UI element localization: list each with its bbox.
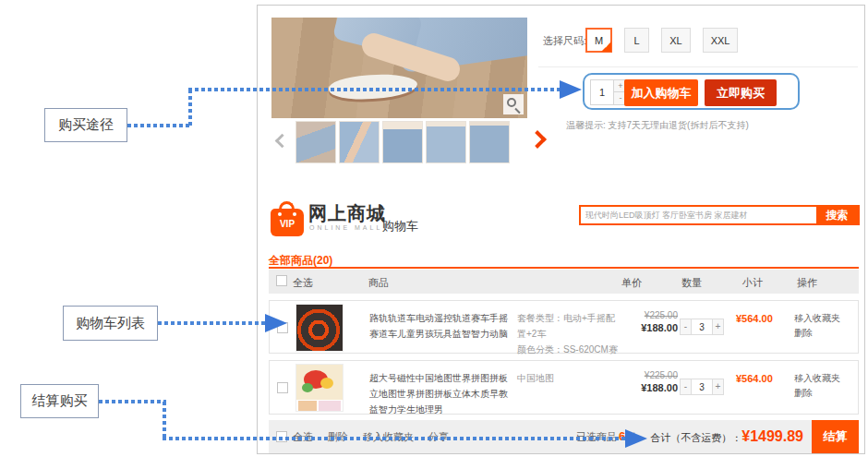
carousel-prev-icon[interactable] (275, 134, 290, 149)
item-actions: 移入收藏夹 删除 (794, 371, 840, 401)
product-photo (271, 18, 527, 118)
cart-row: 超大号磁性中国地图世界拼图拼板立地图世界拼图拼板立体木质早教益智力学生地理男 中… (269, 360, 859, 415)
qty-increase-button[interactable]: + (712, 379, 724, 395)
size-chip-xl[interactable]: XL (661, 28, 690, 53)
delete-link[interactable]: 删除 (794, 326, 840, 341)
qty-increase-button[interactable]: + (712, 319, 724, 335)
table-header: 全选 商品 单价 数量 小计 操作 (269, 270, 859, 294)
annotation-arrow-icon (265, 314, 287, 332)
item-spec-line: 套餐类型：电动+手摇配置+2车 (517, 310, 621, 342)
item-spec: 中国地图 (517, 370, 621, 386)
header-action: 操作 (797, 276, 817, 290)
search-bar: 搜索 (579, 205, 860, 225)
row-quantity-input[interactable] (692, 319, 712, 335)
annotation-arrow-icon (625, 429, 647, 448)
map-photo-extra (296, 400, 343, 412)
size-label: 选择尺码: (543, 34, 586, 48)
checkout-button[interactable]: 结算 (812, 420, 859, 453)
header-product: 商品 (368, 276, 389, 290)
quantity-input[interactable] (590, 79, 614, 105)
thumbnail-item[interactable] (382, 121, 423, 163)
annotation-line (127, 124, 192, 127)
thumbnail-strip (295, 121, 510, 163)
annotation-line (188, 90, 192, 126)
item-actions: 移入收藏夹 删除 (794, 311, 840, 341)
select-all-checkbox[interactable] (276, 275, 287, 286)
race-track-photo (296, 305, 343, 351)
total-label: 合计（不含运费）：¥1499.89 (650, 428, 803, 445)
thumbnail-item[interactable] (469, 121, 510, 163)
row-quantity-stepper: - + (680, 379, 724, 395)
size-chip-label: XXL (711, 35, 730, 46)
magnifier-glass (507, 98, 516, 107)
mall-name-en: ONLINE MALL (309, 224, 382, 231)
move-to-favorites-link[interactable]: 移入收藏夹 (794, 371, 840, 386)
item-price-original: ¥225.00 (613, 370, 678, 380)
thumbnail-item[interactable] (426, 121, 466, 163)
add-to-cart-button[interactable]: 加入购物车 (624, 79, 698, 106)
total-value: ¥1499.89 (741, 428, 803, 444)
header-subtotal: 小计 (742, 276, 763, 290)
item-price-current: ¥188.00 (613, 382, 678, 393)
move-to-favorites-link[interactable]: 移入收藏夹 (794, 311, 840, 326)
delete-link[interactable]: 删除 (794, 386, 840, 401)
item-price-original: ¥225.00 (613, 310, 678, 320)
annotation-label-checkout: 结算购买 (20, 384, 99, 418)
header-quantity: 数量 (681, 276, 702, 290)
buy-now-button[interactable]: 立即购买 (705, 79, 777, 106)
item-subtotal: ¥564.00 (736, 313, 790, 324)
quantity-stepper: + - (590, 79, 628, 105)
search-button[interactable]: 搜索 (816, 207, 858, 223)
search-input[interactable] (581, 207, 816, 223)
photo-slipper-shape (328, 72, 418, 102)
vip-bag-icon: VIP (271, 201, 304, 236)
cart-row: 路轨轨道车电动遥控轨道赛车手摇赛道车儿童男孩玩具益智智力动脑 套餐类型：电动+手… (269, 300, 859, 354)
row-quantity-stepper: - + (680, 319, 724, 335)
magnifier-handle (514, 108, 520, 114)
size-chip-label: L (634, 35, 640, 46)
size-chip-label: XL (669, 35, 681, 46)
bag-eyes (278, 212, 296, 216)
screenshot: 选择尺码: M L XL XXL + - 加入购物车 立即购买 温馨提示: 支持… (0, 0, 868, 457)
size-chip-xxl[interactable]: XXL (703, 28, 739, 53)
header-select-all: 全选 (293, 276, 313, 290)
selected-check-icon (601, 42, 611, 52)
item-price: ¥225.00 ¥188.00 (613, 370, 678, 393)
mall-name: 网上商城 (308, 201, 386, 226)
map-photo (296, 365, 343, 400)
magnifier-icon[interactable] (503, 94, 524, 114)
item-price: ¥225.00 ¥188.00 (613, 310, 678, 333)
item-name[interactable]: 超大号磁性中国地图世界拼图拼板立地图世界拼图拼板立体木质早教益智力学生地理男 (369, 370, 510, 417)
annotation-line (158, 321, 267, 325)
size-options: M L XL XXL (585, 28, 738, 53)
row-quantity-input[interactable] (692, 379, 712, 395)
item-subtotal: ¥564.00 (736, 373, 790, 384)
qty-decrease-button[interactable]: - (680, 319, 692, 335)
annotation-line (163, 437, 627, 440)
vip-text: VIP (271, 219, 304, 229)
size-chip-m[interactable]: M (585, 28, 612, 53)
annotation-arrow-icon (560, 80, 582, 99)
annotation-line (163, 402, 166, 439)
item-name[interactable]: 路轨轨道车电动遥控轨道赛车手摇赛道车儿童男孩玩具益智智力动脑 (369, 310, 510, 342)
thumbnail-item[interactable] (295, 121, 336, 163)
row-checkbox[interactable] (277, 382, 288, 393)
total-label-text: 合计（不含运费）： (650, 432, 741, 443)
return-policy-tip: 温馨提示: 支持7天无理由退货(拆封后不支持) (566, 119, 749, 132)
annotation-label-cart-list: 购物车列表 (63, 306, 158, 341)
tab-underline (269, 267, 859, 269)
item-spec-line: 中国地图 (517, 370, 621, 386)
annotation-line (99, 400, 166, 403)
carousel-next-icon[interactable] (528, 130, 547, 149)
header-unit-price: 单价 (621, 276, 642, 290)
item-photo (295, 364, 344, 412)
annotation-line (188, 88, 560, 91)
thumbnail-item[interactable] (339, 121, 380, 163)
main-panel: 选择尺码: M L XL XXL + - 加入购物车 立即购买 温馨提示: 支持… (257, 5, 865, 454)
qty-decrease-button[interactable]: - (680, 379, 692, 395)
page-title: 购物车 (382, 218, 418, 235)
item-photo (295, 304, 344, 352)
annotation-label-purchase-path: 购买途径 (44, 108, 127, 142)
item-price-current: ¥188.00 (613, 322, 678, 333)
size-chip-l[interactable]: L (624, 28, 649, 53)
